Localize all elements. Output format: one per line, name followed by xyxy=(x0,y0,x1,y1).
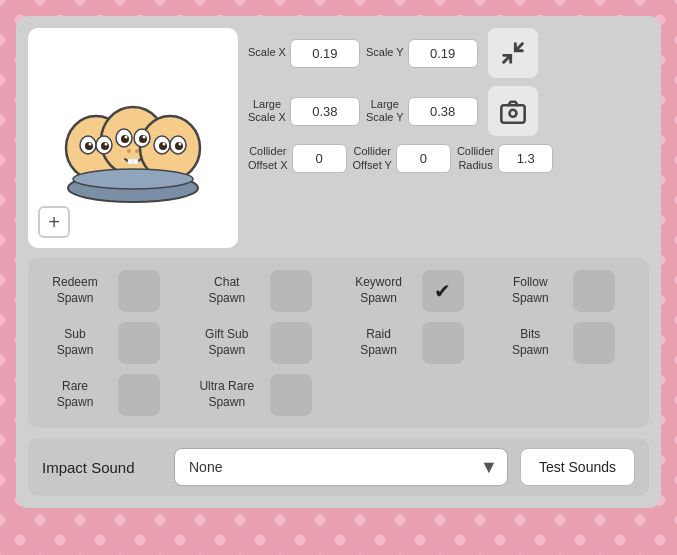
bits-spawn-toggle[interactable] xyxy=(573,322,615,364)
sound-select-wrapper: None Impact1 Impact2 Impact3 ▼ xyxy=(174,448,508,486)
raid-spawn-label: RaidSpawn xyxy=(344,327,414,358)
icon-buttons xyxy=(488,28,538,78)
keyword-spawn-label: KeywordSpawn xyxy=(344,275,414,306)
scale-row: Scale X Scale Y xyxy=(248,28,649,78)
gift-sub-spawn-toggle[interactable] xyxy=(270,322,312,364)
svg-point-21 xyxy=(179,143,182,146)
redeem-spawn-item: RedeemSpawn xyxy=(40,270,182,312)
svg-point-20 xyxy=(163,143,166,146)
sub-spawn-toggle[interactable] xyxy=(118,322,160,364)
ultra-rare-spawn-label: Ultra RareSpawn xyxy=(192,379,262,410)
svg-point-9 xyxy=(105,143,108,146)
svg-point-23 xyxy=(135,149,139,153)
raid-spawn-item: RaidSpawn xyxy=(344,322,486,364)
main-panel: + Scale X Scale Y xyxy=(16,16,661,508)
keyword-spawn-toggle[interactable]: ✔ xyxy=(422,270,464,312)
scale-x-label: Scale X xyxy=(248,46,286,59)
fields-area: Scale X Scale Y Lar xyxy=(248,28,649,248)
collider-row: ColliderOffset X ColliderOffset Y Collid… xyxy=(248,144,649,173)
svg-point-14 xyxy=(125,136,128,139)
chat-spawn-label: ChatSpawn xyxy=(192,275,262,306)
large-scale-y-group: LargeScale Y xyxy=(366,97,478,126)
gift-sub-spawn-item: Gift SubSpawn xyxy=(192,322,334,364)
collider-radius-group: ColliderRadius xyxy=(457,144,553,173)
follow-spawn-item: FollowSpawn xyxy=(495,270,637,312)
ultra-rare-spawn-toggle[interactable] xyxy=(270,374,312,416)
redeem-spawn-label: RedeemSpawn xyxy=(40,275,110,306)
impact-sound-label: Impact Sound xyxy=(42,459,162,476)
chat-spawn-item: ChatSpawn xyxy=(192,270,334,312)
follow-spawn-toggle[interactable] xyxy=(573,270,615,312)
redeem-spawn-toggle[interactable] xyxy=(118,270,160,312)
svg-point-8 xyxy=(89,143,92,146)
collider-offset-x-group: ColliderOffset X xyxy=(248,144,347,173)
collider-radius-input[interactable] xyxy=(498,144,553,173)
collider-radius-label: ColliderRadius xyxy=(457,145,494,171)
top-section: + Scale X Scale Y xyxy=(28,28,649,248)
camera-button[interactable] xyxy=(488,86,538,136)
svg-point-26 xyxy=(73,169,193,189)
chat-spawn-toggle[interactable] xyxy=(270,270,312,312)
svg-rect-25 xyxy=(133,159,138,164)
image-box: + xyxy=(28,28,238,248)
sound-section: Impact Sound None Impact1 Impact2 Impact… xyxy=(28,438,649,496)
collider-offset-y-label: ColliderOffset Y xyxy=(353,145,392,171)
ultra-rare-spawn-item: Ultra RareSpawn xyxy=(192,374,334,416)
creature-image xyxy=(53,58,213,218)
rare-spawn-item: RareSpawn xyxy=(40,374,182,416)
test-sounds-button[interactable]: Test Sounds xyxy=(520,448,635,486)
collider-offset-x-label: ColliderOffset X xyxy=(248,145,288,171)
svg-rect-24 xyxy=(128,159,133,164)
checkmark-icon: ✔ xyxy=(434,279,451,303)
large-scale-y-label: LargeScale Y xyxy=(366,98,404,124)
scale-y-group: Scale Y xyxy=(366,39,478,68)
add-button[interactable]: + xyxy=(38,206,70,238)
large-scale-x-group: LargeScale X xyxy=(248,97,360,126)
keyword-spawn-item: KeywordSpawn ✔ xyxy=(344,270,486,312)
collider-offset-y-group: ColliderOffset Y xyxy=(353,144,451,173)
scale-x-group: Scale X xyxy=(248,39,360,68)
scale-y-input[interactable] xyxy=(408,39,478,68)
large-scale-y-input[interactable] xyxy=(408,97,478,126)
scale-x-input[interactable] xyxy=(290,39,360,68)
bits-spawn-item: BitsSpawn xyxy=(495,322,637,364)
spawn-section: RedeemSpawn ChatSpawn KeywordSpawn ✔ Fol… xyxy=(28,258,649,428)
rare-spawn-label: RareSpawn xyxy=(40,379,110,410)
shrink-button[interactable] xyxy=(488,28,538,78)
raid-spawn-toggle[interactable] xyxy=(422,322,464,364)
sub-spawn-label: SubSpawn xyxy=(40,327,110,358)
impact-sound-select[interactable]: None Impact1 Impact2 Impact3 xyxy=(174,448,508,486)
rare-spawn-toggle[interactable] xyxy=(118,374,160,416)
svg-point-15 xyxy=(143,136,146,139)
follow-spawn-label: FollowSpawn xyxy=(495,275,565,306)
scale-y-label: Scale Y xyxy=(366,46,404,59)
bits-spawn-label: BitsSpawn xyxy=(495,327,565,358)
svg-point-22 xyxy=(127,149,131,153)
sub-spawn-item: SubSpawn xyxy=(40,322,182,364)
collider-offset-y-input[interactable] xyxy=(396,144,451,173)
large-scale-x-label: LargeScale X xyxy=(248,98,286,124)
svg-rect-27 xyxy=(501,105,524,123)
large-scale-x-input[interactable] xyxy=(290,97,360,126)
gift-sub-spawn-label: Gift SubSpawn xyxy=(192,327,262,358)
large-scale-row: LargeScale X LargeScale Y xyxy=(248,86,649,136)
icon-buttons-2 xyxy=(488,86,538,136)
collider-offset-x-input[interactable] xyxy=(292,144,347,173)
svg-point-28 xyxy=(509,110,516,117)
